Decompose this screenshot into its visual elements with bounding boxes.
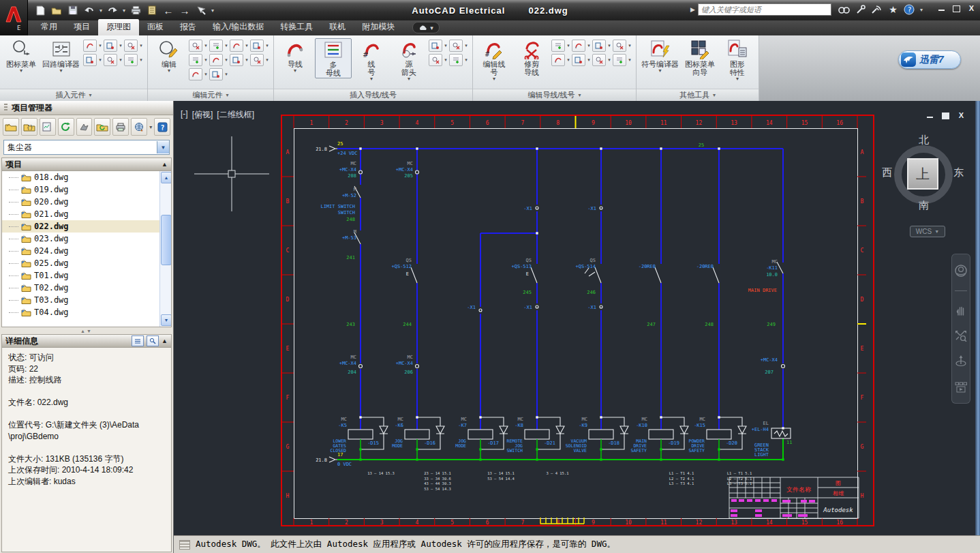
small-tool-icon[interactable] — [209, 54, 223, 66]
dropdown-caret-icon[interactable]: ▾ — [118, 43, 123, 48]
tree-item-T02.dwg[interactable]: T02.dwg — [2, 282, 171, 294]
small-tool-icon[interactable] — [83, 54, 97, 66]
infocenter-cloud-button[interactable]: ▾ — [412, 22, 440, 33]
show-motion-icon[interactable] — [954, 381, 968, 393]
tree-item-025.dwg[interactable]: 025.dwg — [2, 257, 171, 269]
small-tool-icon[interactable] — [613, 54, 626, 66]
undo-icon[interactable] — [83, 4, 95, 16]
workspace-icon[interactable] — [195, 4, 207, 16]
open-file-icon[interactable] — [50, 4, 63, 16]
application-menu-button[interactable]: E — [0, 0, 28, 35]
icon-menu-wizard-button[interactable]: 图标菜单 向导 — [682, 38, 718, 77]
dropdown-caret-icon[interactable]: ▾ — [627, 57, 632, 63]
refresh-button[interactable] — [58, 118, 74, 136]
wire-number-button[interactable]: # 线 号 ▾ — [354, 38, 389, 82]
dropdown-caret-icon[interactable]: ▾ — [627, 43, 632, 48]
dropdown-caret-icon[interactable]: ▾ — [463, 43, 469, 48]
tree-item-019.dwg[interactable]: 019.dwg — [2, 183, 171, 196]
dropdown-caret-icon[interactable]: ▾ — [443, 57, 448, 63]
dropdown-caret-icon[interactable]: ▾ — [566, 57, 571, 63]
drawing-properties-button[interactable]: 图形 特性 ▾ — [720, 38, 755, 82]
tree-item-023.dwg[interactable]: 023.dwg — [2, 233, 171, 245]
small-tool-icon[interactable] — [189, 54, 202, 66]
dropdown-caret-icon[interactable]: ▾ — [97, 43, 103, 48]
tree-item-T01.dwg[interactable]: T01.dwg — [2, 269, 171, 282]
undo-dropdown-icon[interactable]: ▾ — [99, 8, 102, 14]
search-toggle-icon[interactable]: ▶ — [690, 6, 695, 13]
small-tool-icon[interactable] — [124, 40, 138, 52]
dropdown-caret-icon[interactable]: ▾ — [443, 43, 448, 48]
small-tool-icon[interactable] — [592, 40, 606, 52]
help-dropdown-icon[interactable]: ▾ — [920, 7, 923, 13]
combo-dropdown-icon[interactable]: ▼ — [157, 141, 169, 153]
web-publish-button[interactable]: ★ — [131, 118, 147, 136]
search-binoculars-icon[interactable] — [838, 3, 850, 16]
orbit-icon[interactable] — [954, 355, 968, 368]
small-tool-icon[interactable] — [189, 68, 202, 80]
details-list-view-icon[interactable] — [132, 335, 144, 346]
panel-label-edit-components[interactable]: 编辑元件▾ — [148, 89, 273, 101]
tree-item-020.dwg[interactable]: 020.dwg — [2, 196, 171, 208]
redo-dropdown-icon[interactable]: ▾ — [123, 8, 125, 14]
panel-label-insert-wires[interactable]: 插入导线/线号 — [274, 89, 472, 101]
new-file-icon[interactable] — [34, 4, 46, 16]
palette-splitter[interactable]: ▲▼ — [0, 327, 173, 334]
forward-icon[interactable]: → — [179, 4, 191, 16]
viewcube-north[interactable]: 北 — [919, 134, 929, 147]
sheet-set-icon[interactable] — [146, 4, 158, 16]
dropdown-caret-icon[interactable]: ▾ — [244, 57, 249, 63]
dropdown-caret-icon[interactable]: ▾ — [607, 43, 612, 48]
circuit-builder-button[interactable]: 回路编译器 ▾ — [41, 38, 81, 74]
small-tool-icon[interactable] — [124, 54, 138, 66]
small-tool-icon[interactable] — [250, 40, 264, 52]
edit-component-button[interactable]: 编辑 ▾ — [151, 38, 187, 74]
dropdown-caret-icon[interactable]: ▾ — [224, 72, 229, 77]
dropdown-caret-icon[interactable]: ▾ — [264, 43, 270, 48]
ribbon-tab-输入/输出数据[interactable]: 输入/输出数据 — [204, 19, 272, 35]
icon-menu-button[interactable]: 图标菜单 ▾ — [3, 38, 39, 74]
trim-wire-button[interactable]: 修剪 导线 — [514, 38, 549, 77]
drawing-canvas[interactable]: 1122334455667788991010111112121313141415… — [174, 101, 975, 535]
dropdown-caret-icon[interactable]: ▾ — [118, 57, 123, 63]
dropdown-caret-icon[interactable]: ▾ — [97, 57, 103, 63]
dropdown-caret-icon[interactable]: ▾ — [244, 43, 249, 48]
tree-item-022.dwg[interactable]: 022.dwg — [2, 220, 171, 233]
tree-scrollbar[interactable]: ▲ ▼ — [159, 171, 171, 327]
new-project-button[interactable]: {} — [21, 118, 37, 136]
plot-icon[interactable] — [129, 4, 142, 16]
communication-center-icon[interactable] — [871, 3, 883, 16]
redo-icon[interactable] — [106, 4, 119, 16]
dropdown-caret-icon[interactable]: ▾ — [566, 43, 571, 48]
dropdown-caret-icon[interactable]: ▾ — [463, 57, 469, 63]
dropdown-caret-icon[interactable]: ▾ — [138, 43, 144, 48]
panel-label-insert-components[interactable]: 插入元件▾ — [0, 89, 147, 101]
small-tool-icon[interactable] — [551, 54, 565, 66]
save-icon[interactable] — [67, 4, 79, 16]
tree-item-T04.dwg[interactable]: T04.dwg — [2, 306, 171, 318]
small-tool-icon[interactable] — [449, 40, 463, 52]
projects-section-header[interactable]: 项目 ▲ — [1, 158, 172, 171]
symbol-builder-button[interactable]: 符号编译器 ▾ — [640, 38, 680, 74]
help-icon[interactable]: ? — [904, 3, 915, 16]
scroll-thumb[interactable] — [161, 215, 172, 265]
dropdown-caret-icon[interactable]: ▾ — [203, 57, 209, 63]
view-control[interactable]: [俯视] — [192, 109, 213, 121]
multiple-bus-button[interactable]: 多 母线 — [315, 38, 352, 78]
ribbon-tab-报告[interactable]: 报告 — [172, 19, 204, 35]
tree-item-018.dwg[interactable]: 018.dwg — [2, 171, 171, 183]
viewcube-west[interactable]: 西 — [882, 166, 892, 179]
wcs-selector[interactable]: WCS▼ — [910, 226, 945, 237]
scroll-down-icon[interactable]: ▼ — [161, 314, 172, 326]
ribbon-tab-常用[interactable]: 常用 — [33, 19, 65, 35]
edit-wire-number-button[interactable]: # 编辑线 号 ▾ — [476, 38, 512, 82]
search-input[interactable] — [698, 3, 831, 16]
dropdown-caret-icon[interactable]: ▾ — [203, 43, 209, 48]
qat-dropdown-icon[interactable]: ▾ — [211, 8, 214, 14]
small-tool-icon[interactable] — [551, 40, 565, 52]
panel-label-edit-wires[interactable]: 编辑导线/线号▾ — [473, 89, 636, 101]
small-tool-icon[interactable] — [449, 54, 463, 66]
small-tool-icon[interactable] — [230, 54, 243, 66]
dropdown-caret-icon[interactable]: ▾ — [586, 57, 592, 63]
small-tool-icon[interactable] — [613, 40, 626, 52]
publish-button[interactable] — [76, 118, 93, 136]
